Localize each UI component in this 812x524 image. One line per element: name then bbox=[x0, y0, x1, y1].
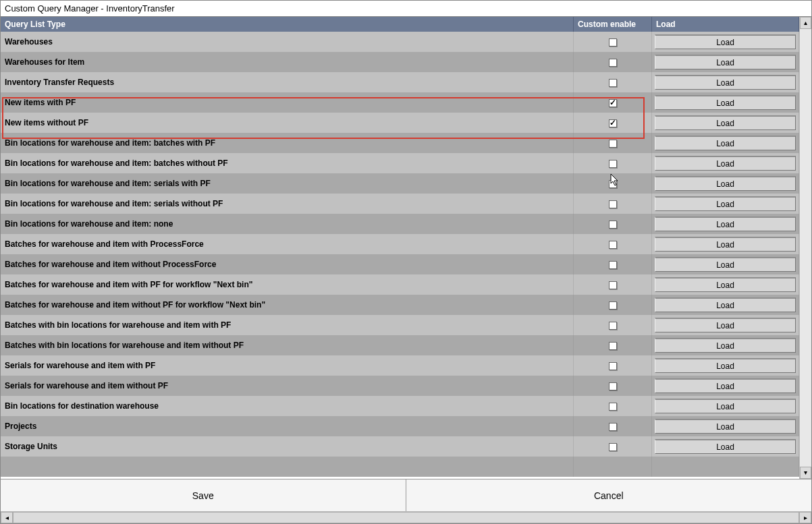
query-label: Batches for warehouse and item with PF f… bbox=[1, 274, 574, 295]
load-button[interactable]: Load bbox=[655, 75, 796, 90]
footer-button-row: Save Cancel bbox=[1, 479, 811, 511]
load-button[interactable]: Load bbox=[655, 257, 796, 272]
load-button[interactable]: Load bbox=[655, 237, 796, 252]
table-row: New items without PFLoad bbox=[1, 113, 799, 133]
query-label: Bin locations for warehouse and item: ba… bbox=[1, 133, 574, 153]
table-row: Warehouses for ItemLoad bbox=[1, 52, 799, 72]
table-row: Batches for warehouse and item with Proc… bbox=[1, 234, 799, 254]
custom-enable-checkbox[interactable] bbox=[609, 221, 617, 229]
header-row: Query List Type Custom enable Load bbox=[1, 17, 799, 32]
custom-enable-checkbox[interactable] bbox=[609, 99, 617, 107]
query-label: Bin locations for warehouse and item: se… bbox=[1, 173, 574, 194]
scroll-left-arrow-icon[interactable]: ◂ bbox=[1, 512, 13, 523]
horizontal-scroll-track[interactable] bbox=[13, 512, 799, 523]
custom-enable-cell bbox=[574, 274, 652, 295]
custom-enable-checkbox[interactable] bbox=[609, 301, 617, 310]
custom-enable-checkbox[interactable] bbox=[609, 38, 617, 47]
custom-enable-checkbox[interactable] bbox=[609, 322, 617, 330]
load-cell: Load bbox=[652, 173, 799, 194]
custom-enable-checkbox[interactable] bbox=[609, 200, 617, 208]
load-button[interactable]: Load bbox=[655, 216, 796, 231]
custom-enable-cell bbox=[574, 335, 652, 355]
footer: Save Cancel ◂ ▸ bbox=[1, 479, 811, 523]
custom-enable-checkbox[interactable] bbox=[609, 403, 617, 411]
vertical-scrollbar[interactable]: ▴ ▾ bbox=[799, 17, 811, 479]
custom-enable-checkbox[interactable] bbox=[609, 160, 617, 168]
load-cell: Load bbox=[652, 92, 799, 113]
custom-enable-checkbox[interactable] bbox=[609, 423, 617, 431]
grid-wrap: Query List Type Custom enable Load Wareh… bbox=[1, 17, 799, 479]
load-button[interactable]: Load bbox=[655, 399, 796, 413]
custom-enable-cell bbox=[574, 214, 652, 234]
scroll-down-arrow-icon[interactable]: ▾ bbox=[800, 467, 811, 479]
query-label: Projects bbox=[1, 416, 574, 436]
query-label: Batches with bin locations for warehouse… bbox=[1, 335, 574, 355]
query-label: Serials for warehouse and item without P… bbox=[1, 376, 574, 396]
load-cell: Load bbox=[652, 335, 799, 355]
load-cell: Load bbox=[652, 436, 799, 457]
col-header-custom-enable[interactable]: Custom enable bbox=[574, 17, 652, 32]
custom-enable-cell bbox=[574, 113, 652, 133]
table-row bbox=[1, 457, 799, 477]
custom-enable-checkbox[interactable] bbox=[609, 180, 617, 188]
load-button[interactable]: Load bbox=[655, 34, 796, 49]
custom-enable-checkbox[interactable] bbox=[609, 59, 617, 67]
custom-enable-checkbox[interactable] bbox=[609, 443, 617, 451]
custom-enable-cell bbox=[574, 234, 652, 254]
load-button[interactable]: Load bbox=[655, 176, 796, 191]
table-row: Bin locations for destination warehouseL… bbox=[1, 396, 799, 416]
custom-enable-cell bbox=[574, 92, 652, 113]
table-row: Bin locations for warehouse and item: ba… bbox=[1, 153, 799, 173]
table-row: Batches with bin locations for warehouse… bbox=[1, 335, 799, 355]
load-button[interactable]: Load bbox=[655, 136, 796, 150]
custom-enable-cell bbox=[574, 133, 652, 153]
load-button[interactable]: Load bbox=[655, 297, 796, 312]
custom-enable-checkbox[interactable] bbox=[609, 382, 617, 390]
load-button[interactable]: Load bbox=[655, 439, 796, 454]
cancel-button[interactable]: Cancel bbox=[406, 479, 812, 511]
scroll-up-arrow-icon[interactable]: ▴ bbox=[800, 17, 811, 29]
table-row: Batches with bin locations for warehouse… bbox=[1, 315, 799, 335]
load-button[interactable]: Load bbox=[655, 338, 796, 353]
save-button[interactable]: Save bbox=[1, 479, 406, 511]
load-button[interactable]: Load bbox=[655, 55, 796, 69]
custom-enable-checkbox[interactable] bbox=[609, 241, 617, 249]
load-button[interactable]: Load bbox=[655, 115, 796, 130]
custom-enable-checkbox[interactable] bbox=[609, 261, 617, 269]
window: Custom Query Manager - InventoryTransfer… bbox=[0, 0, 812, 524]
custom-enable-cell bbox=[574, 376, 652, 396]
custom-enable-cell bbox=[574, 173, 652, 194]
custom-enable-cell bbox=[574, 52, 652, 72]
load-button[interactable]: Load bbox=[655, 358, 796, 373]
load-cell: Load bbox=[652, 234, 799, 254]
table-row: Bin locations for warehouse and item: se… bbox=[1, 194, 799, 214]
custom-enable-checkbox[interactable] bbox=[609, 362, 617, 370]
table-row: Batches for warehouse and item with PF f… bbox=[1, 274, 799, 295]
table-row: ProjectsLoad bbox=[1, 416, 799, 436]
custom-enable-checkbox[interactable] bbox=[609, 281, 617, 289]
col-header-load[interactable]: Load bbox=[652, 17, 799, 32]
custom-enable-checkbox[interactable] bbox=[609, 342, 617, 350]
custom-enable-checkbox[interactable] bbox=[609, 119, 617, 127]
custom-enable-checkbox[interactable] bbox=[609, 79, 617, 87]
query-label: Batches with bin locations for warehouse… bbox=[1, 315, 574, 335]
empty-cell bbox=[1, 457, 574, 477]
custom-enable-checkbox[interactable] bbox=[609, 140, 617, 148]
load-button[interactable]: Load bbox=[655, 277, 796, 292]
load-cell: Load bbox=[652, 355, 799, 376]
custom-enable-cell bbox=[574, 153, 652, 173]
empty-cell bbox=[574, 457, 652, 477]
load-button[interactable]: Load bbox=[655, 95, 796, 110]
query-label: Bin locations for destination warehouse bbox=[1, 396, 574, 416]
table-row: Bin locations for warehouse and item: no… bbox=[1, 214, 799, 234]
custom-enable-cell bbox=[574, 254, 652, 274]
load-button[interactable]: Load bbox=[655, 419, 796, 434]
content-area: Query List Type Custom enable Load Wareh… bbox=[1, 17, 811, 479]
load-button[interactable]: Load bbox=[655, 156, 796, 171]
load-button[interactable]: Load bbox=[655, 196, 796, 211]
load-button[interactable]: Load bbox=[655, 378, 796, 393]
load-button[interactable]: Load bbox=[655, 318, 796, 332]
scroll-right-arrow-icon[interactable]: ▸ bbox=[799, 512, 811, 523]
col-header-query-list-type[interactable]: Query List Type bbox=[1, 17, 574, 32]
horizontal-scrollbar[interactable]: ◂ ▸ bbox=[1, 511, 811, 523]
